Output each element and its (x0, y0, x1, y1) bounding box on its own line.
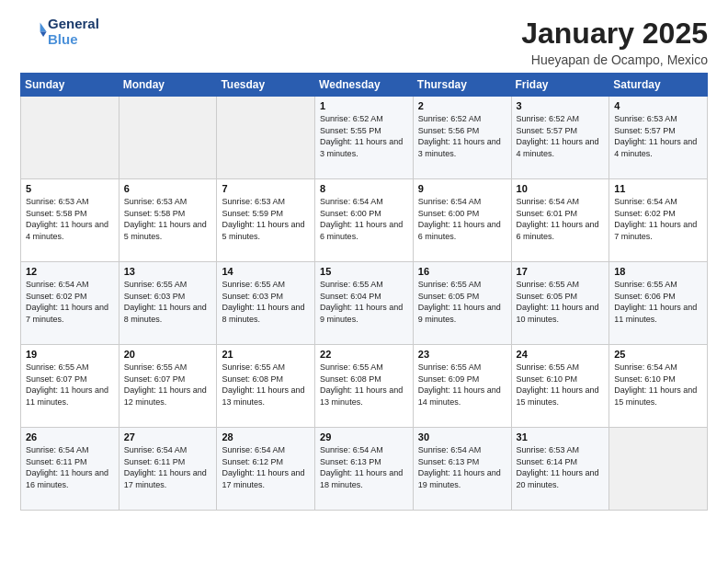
day-cell: 24Sunrise: 6:55 AMSunset: 6:10 PMDayligh… (511, 345, 609, 428)
day-detail: Sunrise: 6:55 AMSunset: 6:07 PMDaylight:… (124, 362, 212, 408)
day-cell: 28Sunrise: 6:54 AMSunset: 6:12 PMDayligh… (217, 428, 315, 511)
day-cell: 19Sunrise: 6:55 AMSunset: 6:07 PMDayligh… (21, 345, 119, 428)
day-number: 28 (222, 431, 310, 442)
day-cell: 31Sunrise: 6:53 AMSunset: 6:14 PMDayligh… (511, 428, 609, 511)
day-number: 7 (222, 183, 310, 194)
day-cell: 17Sunrise: 6:55 AMSunset: 6:05 PMDayligh… (511, 262, 609, 345)
day-cell (21, 97, 119, 179)
day-cell: 29Sunrise: 6:54 AMSunset: 6:13 PMDayligh… (315, 428, 414, 511)
day-number: 14 (222, 266, 310, 277)
day-number: 31 (517, 431, 605, 442)
day-number: 20 (124, 349, 212, 360)
day-detail: Sunrise: 6:55 AMSunset: 6:08 PMDaylight:… (222, 362, 310, 408)
calendar-table: SundayMondayTuesdayWednesdayThursdayFrid… (20, 73, 708, 511)
day-detail: Sunrise: 6:53 AMSunset: 6:14 PMDaylight:… (517, 444, 605, 490)
calendar-subtitle: Hueyapan de Ocampo, Mexico (521, 52, 708, 67)
day-number: 23 (418, 349, 506, 360)
day-cell: 10Sunrise: 6:54 AMSunset: 6:01 PMDayligh… (511, 179, 609, 262)
week-row-1: 5Sunrise: 6:53 AMSunset: 5:58 PMDaylight… (21, 179, 708, 262)
calendar-title: January 2025 (521, 17, 708, 51)
day-detail: Sunrise: 6:54 AMSunset: 6:00 PMDaylight:… (320, 196, 408, 242)
day-cell (609, 428, 708, 511)
day-number: 22 (320, 349, 408, 360)
day-cell: 18Sunrise: 6:55 AMSunset: 6:06 PMDayligh… (609, 262, 708, 345)
day-detail: Sunrise: 6:54 AMSunset: 6:12 PMDaylight:… (222, 444, 310, 490)
day-detail: Sunrise: 6:55 AMSunset: 6:10 PMDaylight:… (517, 362, 605, 408)
day-cell: 23Sunrise: 6:55 AMSunset: 6:09 PMDayligh… (413, 345, 511, 428)
day-cell: 2Sunrise: 6:52 AMSunset: 5:56 PMDaylight… (413, 97, 511, 179)
logo-icon (22, 17, 48, 43)
day-detail: Sunrise: 6:54 AMSunset: 6:02 PMDaylight:… (26, 279, 114, 325)
day-cell: 3Sunrise: 6:52 AMSunset: 5:57 PMDaylight… (511, 97, 609, 179)
weekday-header-row: SundayMondayTuesdayWednesdayThursdayFrid… (21, 74, 708, 97)
day-cell: 7Sunrise: 6:53 AMSunset: 5:59 PMDaylight… (217, 179, 315, 262)
day-number: 24 (517, 349, 605, 360)
day-detail: Sunrise: 6:55 AMSunset: 6:03 PMDaylight:… (124, 279, 212, 325)
day-detail: Sunrise: 6:54 AMSunset: 6:02 PMDaylight:… (614, 196, 702, 242)
day-cell: 27Sunrise: 6:54 AMSunset: 6:11 PMDayligh… (119, 428, 217, 511)
day-detail: Sunrise: 6:52 AMSunset: 5:55 PMDaylight:… (320, 113, 408, 159)
day-cell: 30Sunrise: 6:54 AMSunset: 6:13 PMDayligh… (413, 428, 511, 511)
day-cell: 22Sunrise: 6:55 AMSunset: 6:08 PMDayligh… (315, 345, 414, 428)
weekday-friday: Friday (511, 74, 609, 97)
logo-line2: Blue (48, 32, 99, 48)
day-detail: Sunrise: 6:54 AMSunset: 6:13 PMDaylight:… (418, 444, 506, 490)
day-detail: Sunrise: 6:54 AMSunset: 6:13 PMDaylight:… (320, 444, 408, 490)
day-number: 30 (418, 431, 506, 442)
day-number: 17 (517, 266, 605, 277)
day-number: 16 (418, 266, 506, 277)
day-cell: 26Sunrise: 6:54 AMSunset: 6:11 PMDayligh… (21, 428, 119, 511)
week-row-4: 26Sunrise: 6:54 AMSunset: 6:11 PMDayligh… (21, 428, 708, 511)
day-number: 11 (614, 183, 702, 194)
day-detail: Sunrise: 6:55 AMSunset: 6:03 PMDaylight:… (222, 279, 310, 325)
day-detail: Sunrise: 6:54 AMSunset: 6:10 PMDaylight:… (614, 362, 702, 408)
day-cell (119, 97, 217, 179)
weekday-saturday: Saturday (609, 74, 708, 97)
day-number: 9 (418, 183, 506, 194)
day-number: 3 (517, 100, 605, 111)
day-number: 1 (320, 100, 408, 111)
day-cell: 14Sunrise: 6:55 AMSunset: 6:03 PMDayligh… (217, 262, 315, 345)
day-detail: Sunrise: 6:53 AMSunset: 5:58 PMDaylight:… (124, 196, 212, 242)
day-number: 12 (26, 266, 114, 277)
day-detail: Sunrise: 6:52 AMSunset: 5:57 PMDaylight:… (517, 113, 605, 159)
weekday-monday: Monday (119, 74, 217, 97)
day-cell: 8Sunrise: 6:54 AMSunset: 6:00 PMDaylight… (315, 179, 414, 262)
day-cell: 25Sunrise: 6:54 AMSunset: 6:10 PMDayligh… (609, 345, 708, 428)
day-detail: Sunrise: 6:55 AMSunset: 6:07 PMDaylight:… (26, 362, 114, 408)
day-detail: Sunrise: 6:55 AMSunset: 6:05 PMDaylight:… (418, 279, 506, 325)
day-number: 10 (517, 183, 605, 194)
day-detail: Sunrise: 6:55 AMSunset: 6:04 PMDaylight:… (320, 279, 408, 325)
day-number: 26 (26, 431, 114, 442)
day-detail: Sunrise: 6:55 AMSunset: 6:09 PMDaylight:… (418, 362, 506, 408)
day-number: 5 (26, 183, 114, 194)
day-number: 21 (222, 349, 310, 360)
weekday-thursday: Thursday (413, 74, 511, 97)
day-number: 19 (26, 349, 114, 360)
page-header: General Blue January 2025 Hueyapan de Oc… (20, 17, 708, 67)
day-number: 27 (124, 431, 212, 442)
day-cell: 13Sunrise: 6:55 AMSunset: 6:03 PMDayligh… (119, 262, 217, 345)
weekday-tuesday: Tuesday (217, 74, 315, 97)
day-detail: Sunrise: 6:54 AMSunset: 6:00 PMDaylight:… (418, 196, 506, 242)
day-number: 8 (320, 183, 408, 194)
day-detail: Sunrise: 6:55 AMSunset: 6:05 PMDaylight:… (517, 279, 605, 325)
day-number: 13 (124, 266, 212, 277)
day-detail: Sunrise: 6:54 AMSunset: 6:01 PMDaylight:… (517, 196, 605, 242)
day-number: 6 (124, 183, 212, 194)
day-number: 18 (614, 266, 702, 277)
day-detail: Sunrise: 6:55 AMSunset: 6:06 PMDaylight:… (614, 279, 702, 325)
day-detail: Sunrise: 6:54 AMSunset: 6:11 PMDaylight:… (124, 444, 212, 490)
title-block: January 2025 Hueyapan de Ocampo, Mexico (521, 17, 708, 67)
week-row-3: 19Sunrise: 6:55 AMSunset: 6:07 PMDayligh… (21, 345, 708, 428)
day-number: 15 (320, 266, 408, 277)
day-number: 4 (614, 100, 702, 111)
logo-line1: General (48, 17, 99, 32)
day-number: 2 (418, 100, 506, 111)
day-detail: Sunrise: 6:53 AMSunset: 5:58 PMDaylight:… (26, 196, 114, 242)
day-cell: 4Sunrise: 6:53 AMSunset: 5:57 PMDaylight… (609, 97, 708, 179)
day-detail: Sunrise: 6:53 AMSunset: 5:57 PMDaylight:… (614, 113, 702, 159)
day-detail: Sunrise: 6:52 AMSunset: 5:56 PMDaylight:… (418, 113, 506, 159)
svg-marker-1 (40, 31, 47, 37)
day-detail: Sunrise: 6:53 AMSunset: 5:59 PMDaylight:… (222, 196, 310, 242)
